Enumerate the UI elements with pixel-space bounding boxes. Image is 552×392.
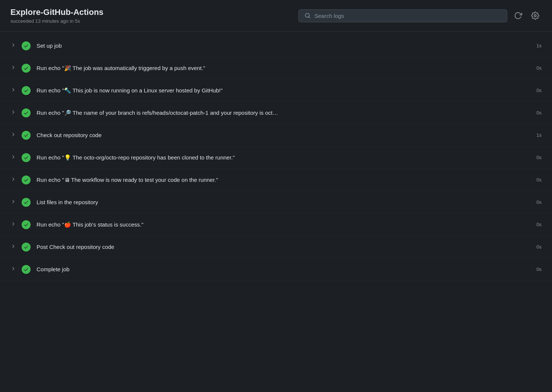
job-row[interactable]: Check out repository code 1s <box>0 124 552 146</box>
status-icon <box>22 176 31 184</box>
chevron-icon <box>10 266 16 272</box>
job-label: Run echo "🍎 This job's status is success… <box>37 221 530 228</box>
job-label: Run echo "🔦 This job is now running on a… <box>37 87 530 94</box>
job-label: Complete job <box>37 266 530 272</box>
job-row[interactable]: Run echo "🍎 This job's status is success… <box>0 214 552 236</box>
status-icon <box>22 131 31 140</box>
job-row[interactable]: Complete job 0s <box>0 258 552 281</box>
chevron-icon <box>10 244 16 250</box>
status-icon <box>22 41 31 50</box>
page-title: Explore-GitHub-Actions <box>10 7 103 17</box>
job-label: List files in the repository <box>37 199 530 205</box>
chevron-icon <box>10 42 16 49</box>
status-icon <box>22 153 31 162</box>
job-row[interactable]: Run echo "🔦 This job is now running on a… <box>0 79 552 102</box>
job-duration: 0s <box>530 222 542 227</box>
job-row[interactable]: Set up job 1s <box>0 35 552 57</box>
job-label: Run echo "🔎 The name of your branch is r… <box>37 110 530 116</box>
job-duration: 0s <box>530 177 542 183</box>
job-row[interactable]: List files in the repository 0s <box>0 191 552 214</box>
job-duration: 0s <box>530 155 542 160</box>
chevron-icon <box>10 132 16 138</box>
status-icon <box>22 86 31 95</box>
search-input[interactable] <box>314 13 501 19</box>
svg-point-0 <box>534 15 536 17</box>
job-duration: 0s <box>530 244 542 250</box>
header-right <box>298 9 542 22</box>
job-duration: 0s <box>530 199 542 205</box>
header-subtitle: succeeded 13 minutes ago in 5s <box>10 18 103 24</box>
job-row[interactable]: Run echo "🎉 The job was automatically tr… <box>0 57 552 79</box>
job-duration: 1s <box>530 43 542 48</box>
chevron-icon <box>10 154 16 161</box>
job-row[interactable]: Run echo "💡 The octo-org/octo-repo repos… <box>0 146 552 169</box>
header-left: Explore-GitHub-Actions succeeded 13 minu… <box>10 7 103 24</box>
job-label: Check out repository code <box>37 132 530 138</box>
job-label: Run echo "🖥 The workflow is now ready to… <box>37 177 530 183</box>
jobs-list: Set up job 1s Run echo "🎉 The job was au… <box>0 32 552 284</box>
job-duration: 0s <box>530 88 542 93</box>
status-icon <box>22 220 31 229</box>
job-duration: 1s <box>530 132 542 138</box>
chevron-icon <box>10 65 16 71</box>
status-icon <box>22 265 31 274</box>
job-duration: 0s <box>530 266 542 272</box>
job-row[interactable]: Run echo "🖥 The workflow is now ready to… <box>0 169 552 191</box>
status-icon <box>22 64 31 73</box>
refresh-button[interactable] <box>512 9 524 22</box>
job-duration: 0s <box>530 65 542 71</box>
chevron-icon <box>10 110 16 116</box>
job-duration: 0s <box>530 110 542 116</box>
status-icon <box>22 198 31 207</box>
job-label: Post Check out repository code <box>37 244 530 250</box>
job-label: Run echo "💡 The octo-org/octo-repo repos… <box>37 154 530 161</box>
header: Explore-GitHub-Actions succeeded 13 minu… <box>0 0 552 32</box>
job-row[interactable]: Post Check out repository code 0s <box>0 236 552 258</box>
settings-button[interactable] <box>529 9 542 22</box>
chevron-icon <box>10 87 16 94</box>
status-icon <box>22 243 31 252</box>
status-icon <box>22 108 31 117</box>
chevron-icon <box>10 199 16 205</box>
chevron-icon <box>10 221 16 228</box>
search-box[interactable] <box>298 9 507 22</box>
search-icon <box>305 13 311 19</box>
job-label: Set up job <box>37 42 530 49</box>
job-row[interactable]: Run echo "🔎 The name of your branch is r… <box>0 102 552 124</box>
chevron-icon <box>10 177 16 183</box>
job-label: Run echo "🎉 The job was automatically tr… <box>37 65 530 72</box>
